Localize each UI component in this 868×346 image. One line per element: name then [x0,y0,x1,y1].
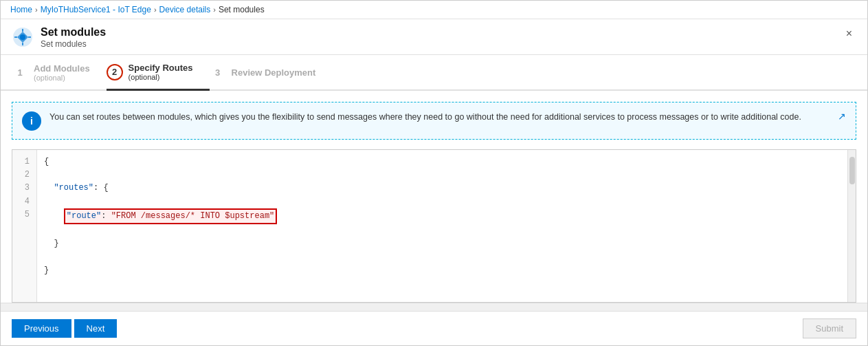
step-1-sub: (optional) [34,74,90,82]
scrollbar-thumb[interactable] [849,157,855,184]
panel-title-block: Set modules Set modules [41,26,106,49]
route-highlight: "route": "FROM /messages/* INTO $upstrea… [64,208,277,224]
code-line-5: } [44,264,841,277]
code-line-3: "route": "FROM /messages/* INTO $upstrea… [44,208,841,224]
step-1-label: Add Modules (optional) [34,63,90,82]
step-1-number: 1 [12,64,28,80]
step-2[interactable]: 2 Specify Routes (optional) [107,55,210,91]
info-text: You can set routes between modules, whic… [49,111,830,124]
panel-title: Set modules [41,26,106,39]
footer-left: Previous Next [12,319,117,338]
step-1-main: Add Modules [34,63,90,74]
panel-header-left: Set modules Set modules [12,26,106,49]
code-content[interactable]: { "routes": { "route": "FROM /messages/*… [37,150,847,302]
next-button[interactable]: Next [74,319,118,338]
info-icon: i [22,111,41,131]
code-line-1: { [44,155,841,169]
footer: Previous Next Submit [1,311,867,345]
step-3-label: Review Deployment [232,67,316,78]
line-num-3: 3 [19,182,30,195]
steps-bar: 1 Add Modules (optional) 2 Specify Route… [1,55,867,91]
line-num-1: 1 [19,155,30,169]
panel-icon [12,26,34,48]
submit-button: Submit [803,318,856,338]
breadcrumb-iot[interactable]: MyIoTHubService1 - IoT Edge [41,5,151,14]
step-3-main: Review Deployment [232,67,316,78]
breadcrumb-home[interactable]: Home [10,5,32,14]
step-3[interactable]: 3 Review Deployment [210,55,333,89]
panel-subtitle: Set modules [41,39,87,49]
svg-point-1 [20,34,25,40]
panel-header: Set modules Set modules × [1,19,867,55]
breadcrumb-sep-1: › [35,6,38,14]
step-3-number: 3 [210,64,226,80]
vertical-scrollbar[interactable] [847,150,856,302]
breadcrumb-sep-3: › [213,6,216,14]
info-box: i You can set routes between modules, wh… [12,102,856,140]
line-num-2: 2 [19,169,30,182]
code-line-2: "routes": { [44,182,841,195]
horizontal-scrollbar[interactable] [1,303,867,311]
breadcrumb: Home › MyIoTHubService1 - IoT Edge › Dev… [1,1,867,19]
line-num-4: 4 [19,195,30,208]
breadcrumb-sep-2: › [154,6,157,14]
breadcrumb-current: Set modules [219,5,265,14]
step-2-sub: (optional) [129,73,193,81]
step-2-label: Specify Routes (optional) [129,63,193,81]
line-numbers: 1 2 3 4 5 [12,150,37,302]
content-area: i You can set routes between modules, wh… [1,91,867,303]
code-line-4: } [44,237,841,250]
previous-button[interactable]: Previous [12,319,71,338]
external-link-icon[interactable]: ↗ [838,111,846,122]
code-editor[interactable]: 1 2 3 4 5 { "routes": { "route": "FROM /… [12,149,856,303]
line-num-5: 5 [19,208,30,221]
breadcrumb-device[interactable]: Device details [159,5,211,14]
step-2-main: Specify Routes [129,63,193,73]
step-1[interactable]: 1 Add Modules (optional) [12,55,107,89]
close-button[interactable]: × [842,26,856,41]
step-2-number: 2 [107,64,123,80]
main-window: Home › MyIoTHubService1 - IoT Edge › Dev… [0,0,868,346]
